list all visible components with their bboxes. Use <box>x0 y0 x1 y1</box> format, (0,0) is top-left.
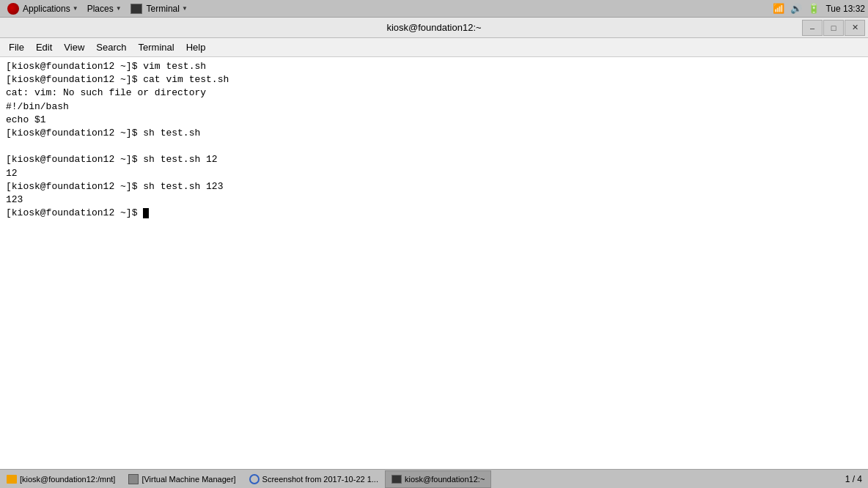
battery-icon: 🔋 <box>808 3 820 14</box>
vm-icon <box>128 474 139 484</box>
terminal-menubar: File Edit View Search Terminal Help <box>0 38 868 57</box>
redhat-icon <box>7 3 19 15</box>
applications-menu[interactable]: Applications ▼ <box>3 1 83 16</box>
menu-edit[interactable]: Edit <box>30 40 58 55</box>
terminal-label: Terminal <box>147 4 180 14</box>
volume-icon: 🔊 <box>790 3 802 14</box>
terminal-cursor <box>143 208 149 218</box>
taskbar-screenshot[interactable]: Screenshot from 2017-10-22 1... <box>243 470 385 488</box>
terminal-titlebar: kiosk@foundation12:~ – □ ✕ <box>0 18 868 38</box>
taskbar-filemanager-label: [kiosk@foundation12:/mnt] <box>20 475 115 484</box>
places-label: Places <box>87 4 114 14</box>
titlebar-controls: – □ ✕ <box>802 20 865 36</box>
system-bar-left: Applications ▼ Places ▼ Terminal ▼ <box>3 1 192 16</box>
terminal-window: kiosk@foundation12:~ – □ ✕ File Edit Vie… <box>0 18 868 469</box>
terminal-menu[interactable]: Terminal ▼ <box>126 2 192 15</box>
datetime: Tue 13:32 <box>825 4 865 14</box>
taskbar-terminal-label: kiosk@foundation12:~ <box>405 475 485 484</box>
taskbar-filemanager[interactable]: [kiosk@foundation12:/mnt] <box>0 470 122 488</box>
terminal-output: [kiosk@foundation12 ~]$ vim test.sh [kio… <box>6 60 862 220</box>
filemanager-icon <box>7 474 17 484</box>
taskbar-screenshot-label: Screenshot from 2017-10-22 1... <box>262 475 378 484</box>
menu-search[interactable]: Search <box>90 40 132 55</box>
terminal-chevron: ▼ <box>182 5 188 12</box>
wifi-icon: 📶 <box>773 3 784 14</box>
term-taskbar-icon <box>391 474 402 484</box>
screenshot-icon <box>249 474 260 484</box>
menu-terminal[interactable]: Terminal <box>133 40 180 55</box>
applications-chevron: ▼ <box>73 5 78 12</box>
maximize-button[interactable]: □ <box>823 20 844 36</box>
system-bar: Applications ▼ Places ▼ Terminal ▼ 📶 🔊 🔋… <box>0 0 868 18</box>
close-button[interactable]: ✕ <box>845 20 865 36</box>
terminal-content[interactable]: [kiosk@foundation12 ~]$ vim test.sh [kio… <box>0 57 868 469</box>
system-bar-right: 📶 🔊 🔋 Tue 13:32 <box>773 3 865 14</box>
taskbar-vm-label: [Virtual Machine Manager] <box>141 475 235 484</box>
places-chevron: ▼ <box>116 5 122 12</box>
taskbar-vm[interactable]: [Virtual Machine Manager] <box>122 470 242 488</box>
taskbar: [kiosk@foundation12:/mnt] [Virtual Machi… <box>0 469 868 488</box>
taskbar-page-indicator: 1 / 4 <box>839 474 868 484</box>
applications-label: Applications <box>23 4 70 14</box>
terminal-title: kiosk@foundation12:~ <box>386 22 481 33</box>
menu-view[interactable]: View <box>58 40 90 55</box>
terminal-icon <box>130 4 142 14</box>
minimize-button[interactable]: – <box>802 20 823 36</box>
menu-file[interactable]: File <box>3 40 30 55</box>
places-menu[interactable]: Places ▼ <box>83 2 126 15</box>
menu-help[interactable]: Help <box>180 40 212 55</box>
taskbar-terminal[interactable]: kiosk@foundation12:~ <box>385 470 491 488</box>
